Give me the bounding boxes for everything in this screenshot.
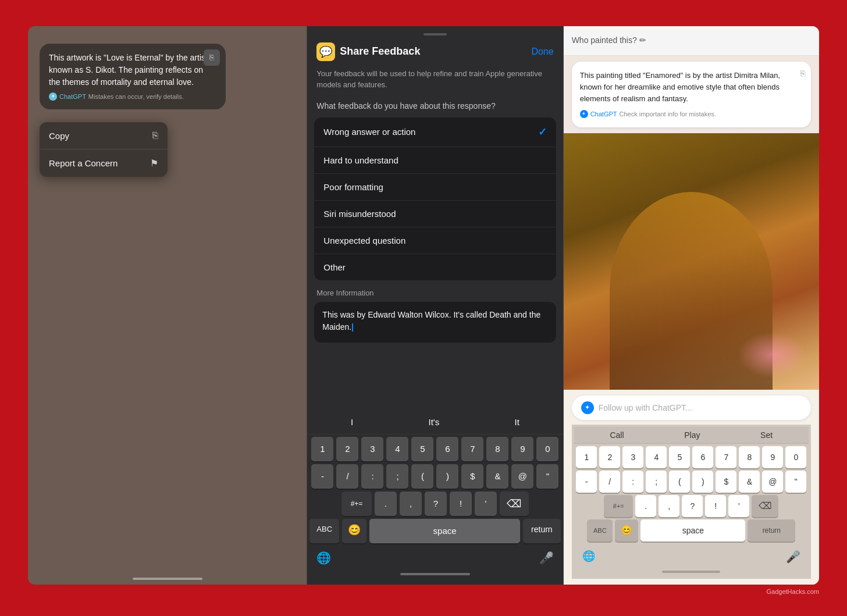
globe-icon[interactable]: 🌐 (316, 551, 331, 565)
key-emoji[interactable]: 😊 (342, 519, 366, 543)
rkey-2[interactable]: 2 (599, 446, 620, 468)
rkey-4[interactable]: 4 (646, 446, 667, 468)
right-question: Who painted this? ✏ (572, 35, 811, 45)
autocomplete-bar-middle: I It's It (307, 410, 563, 435)
question-text: Who painted this? ✏ (572, 35, 646, 45)
option-hard-to-understand[interactable]: Hard to understand (314, 147, 556, 174)
rkey-6[interactable]: 6 (692, 446, 713, 468)
rkey-return[interactable]: return (748, 519, 795, 542)
rkey-quote[interactable]: " (785, 471, 806, 493)
rkey-dollar[interactable]: $ (716, 471, 736, 493)
key-backspace[interactable]: ⌫ (500, 492, 529, 516)
key-dollar[interactable]: $ (461, 464, 483, 489)
rkey-0[interactable]: 0 (785, 446, 806, 468)
rkey-comma[interactable]: , (659, 495, 679, 517)
keyboard-rows-right: 1 2 3 4 5 6 7 8 9 0 - / : (574, 444, 809, 544)
key-8[interactable]: 8 (486, 437, 508, 461)
key-2[interactable]: 2 (336, 437, 358, 461)
key-semicolon[interactable]: ; (386, 464, 408, 489)
rkey-space[interactable]: space (640, 519, 745, 542)
mic-icon[interactable]: 🎤 (539, 551, 554, 565)
autocomplete-i[interactable]: I (344, 415, 360, 429)
key-comma[interactable]: , (400, 492, 422, 516)
done-button[interactable]: Done (531, 47, 553, 57)
rkey-emoji[interactable]: 😊 (615, 519, 638, 542)
key-exclaim[interactable]: ! (450, 492, 472, 516)
key-lparen[interactable]: ( (411, 464, 433, 489)
rkey-exclaim[interactable]: ! (705, 495, 726, 517)
key-7[interactable]: 7 (461, 437, 483, 461)
option-poor-formatting[interactable]: Poor formatting (314, 174, 556, 201)
rkey-colon[interactable]: : (622, 471, 643, 493)
key-3[interactable]: 3 (361, 437, 383, 461)
autocomplete-call[interactable]: Call (610, 430, 624, 440)
key-hashpluseq[interactable]: #+= (341, 492, 372, 516)
option-wrong-answer[interactable]: Wrong answer or action ✓ (314, 117, 556, 147)
more-info-input[interactable]: This was by Edward Walton Wilcox. It's c… (314, 302, 556, 343)
feedback-subtitle: Your feedback will be used to help refin… (307, 68, 563, 97)
outer-frame: This artwork is "Love is Eternal" by the… (16, 15, 831, 602)
left-message-text: This artwork is "Love is Eternal" by the… (49, 53, 208, 87)
key-rparen[interactable]: ) (436, 464, 458, 489)
report-icon: ⚑ (150, 158, 158, 169)
rkey-abc[interactable]: ABC (587, 519, 613, 542)
rkey-semicolon[interactable]: ; (646, 471, 667, 493)
keyboard-globe-mic-right: 🌐 🎤 (574, 546, 809, 567)
key-abc[interactable]: ABC (309, 519, 339, 543)
key-question[interactable]: ? (425, 492, 447, 516)
rkey-lparen[interactable]: ( (669, 471, 690, 493)
key-return[interactable]: return (523, 519, 561, 543)
option-other[interactable]: Other (314, 254, 556, 280)
key-space[interactable]: space (369, 519, 520, 543)
rkey-5[interactable]: 5 (669, 446, 690, 468)
rkey-7[interactable]: 7 (716, 446, 736, 468)
key-apostrophe[interactable]: ' (475, 492, 497, 516)
key-quote[interactable]: " (536, 464, 558, 489)
rkey-slash[interactable]: / (599, 471, 620, 493)
key-dash[interactable]: - (311, 464, 333, 489)
keyboard-right: Call Play Set 1 2 3 4 5 6 7 8 9 (572, 425, 811, 579)
option-siri-misunderstood[interactable]: Siri misunderstood (314, 201, 556, 227)
key-5[interactable]: 5 (411, 437, 433, 461)
autocomplete-it[interactable]: It (508, 415, 526, 429)
watermark: GadgetHacks.com (767, 588, 819, 595)
rkey-9[interactable]: 9 (762, 446, 783, 468)
rkey-3[interactable]: 3 (622, 446, 643, 468)
rkey-hashpluseq[interactable]: #+= (604, 495, 633, 517)
more-info-text: This was by Edward Walton Wilcox. It's c… (322, 310, 540, 332)
rkey-backspace[interactable]: ⌫ (752, 495, 778, 517)
rkey-at[interactable]: @ (762, 471, 783, 493)
key-period[interactable]: . (375, 492, 397, 516)
key-6[interactable]: 6 (436, 437, 458, 461)
rglobe-icon[interactable]: 🌐 (582, 550, 595, 564)
rkey-period[interactable]: . (635, 495, 656, 517)
key-9[interactable]: 9 (511, 437, 533, 461)
option-unexpected-question[interactable]: Unexpected question (314, 227, 556, 254)
option-hard-to-understand-label: Hard to understand (323, 155, 398, 165)
key-at[interactable]: @ (511, 464, 533, 489)
option-siri-misunderstood-label: Siri misunderstood (323, 209, 396, 219)
rkey-8[interactable]: 8 (739, 446, 760, 468)
report-menu-item[interactable]: Report a Concern ⚑ (40, 149, 168, 177)
rkey-question[interactable]: ? (682, 495, 703, 517)
key-1[interactable]: 1 (311, 437, 333, 461)
right-panel: Who painted this? ✏ ⎘ This painting titl… (564, 26, 819, 585)
rkey-1[interactable]: 1 (576, 446, 597, 468)
right-copy-icon[interactable]: ⎘ (800, 67, 805, 80)
rkey-dash[interactable]: - (576, 471, 597, 493)
key-ampersand[interactable]: & (486, 464, 508, 489)
chatgpt-input-bar[interactable]: ✦ Follow up with ChatGPT... (572, 396, 811, 420)
key-0[interactable]: 0 (536, 437, 558, 461)
copy-menu-item[interactable]: Copy ⎘ (40, 122, 168, 149)
autocomplete-its[interactable]: It's (422, 415, 447, 429)
autocomplete-play[interactable]: Play (684, 430, 700, 440)
key-4[interactable]: 4 (386, 437, 408, 461)
key-colon[interactable]: : (361, 464, 383, 489)
key-slash[interactable]: / (336, 464, 358, 489)
autocomplete-set[interactable]: Set (760, 430, 773, 440)
rmic-icon[interactable]: 🎤 (786, 550, 800, 564)
rkey-rparen[interactable]: ) (692, 471, 713, 493)
rkey-apostrophe[interactable]: ' (728, 495, 749, 517)
rkey-ampersand[interactable]: & (739, 471, 760, 493)
message-copy-icon[interactable]: ⎘ (204, 49, 220, 66)
